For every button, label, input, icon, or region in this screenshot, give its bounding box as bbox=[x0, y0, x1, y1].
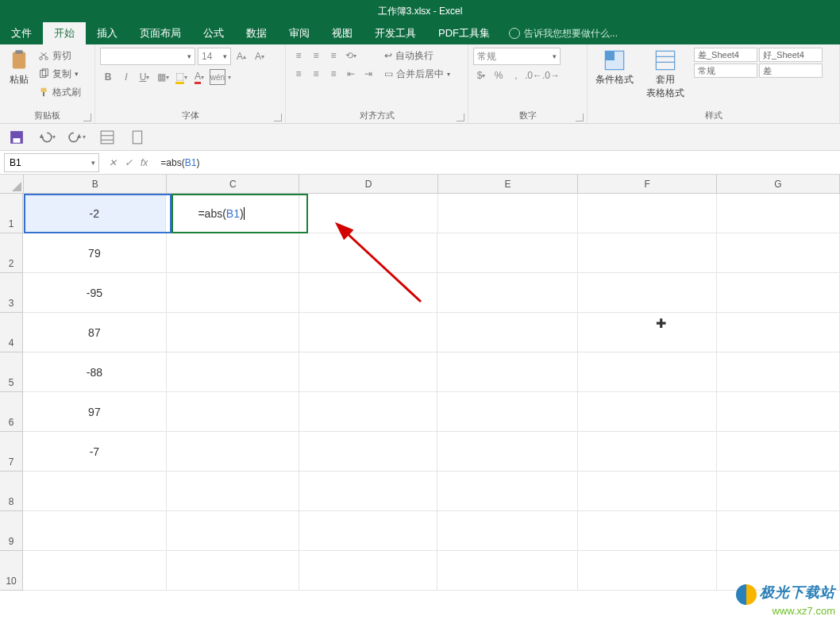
cell-C8[interactable] bbox=[167, 472, 299, 511]
cell-E8[interactable] bbox=[437, 472, 578, 511]
cell-D6[interactable] bbox=[299, 392, 438, 432]
tab-insert[interactable]: 插入 bbox=[86, 22, 129, 44]
font-name-combo[interactable]: ▾ bbox=[100, 48, 195, 65]
percent-format-button[interactable]: % bbox=[491, 67, 507, 83]
cell-F6[interactable] bbox=[578, 392, 717, 432]
cell-E9[interactable] bbox=[437, 511, 578, 551]
cell-F7[interactable] bbox=[578, 432, 717, 472]
conditional-format-button[interactable]: 条件格式 bbox=[592, 48, 637, 102]
cell-G10[interactable] bbox=[717, 551, 840, 591]
cell-G3[interactable] bbox=[717, 273, 840, 313]
row-header-9[interactable]: 9 bbox=[0, 511, 23, 551]
tab-developer[interactable]: 开发工具 bbox=[364, 22, 427, 44]
underline-button[interactable]: U▾ bbox=[137, 69, 152, 85]
cell-B10[interactable] bbox=[23, 551, 167, 591]
dialog-launcher-icon[interactable] bbox=[576, 114, 584, 121]
cell-F4[interactable] bbox=[578, 313, 717, 352]
format-as-table-button[interactable]: 套用 表格格式 bbox=[643, 48, 688, 102]
wrap-text-button[interactable]: ↩自动换行 bbox=[384, 48, 450, 64]
style-normal[interactable]: 常规 bbox=[694, 64, 757, 78]
cancel-formula-button[interactable]: ✕ bbox=[109, 157, 117, 168]
qat-button4[interactable] bbox=[98, 129, 116, 146]
cell-B6[interactable]: 97 bbox=[23, 392, 167, 432]
tab-data[interactable]: 数据 bbox=[235, 22, 278, 44]
dialog-launcher-icon[interactable] bbox=[83, 114, 91, 121]
cell-C2[interactable] bbox=[167, 233, 299, 273]
cell-C7[interactable] bbox=[167, 432, 299, 472]
col-header-D[interactable]: D bbox=[299, 175, 438, 194]
decrease-decimal-button[interactable]: .0→ bbox=[543, 67, 559, 83]
undo-button[interactable]: ▾ bbox=[38, 129, 56, 146]
cell-D5[interactable] bbox=[299, 352, 438, 392]
accounting-format-button[interactable]: $▾ bbox=[473, 67, 489, 83]
row-header-7[interactable]: 7 bbox=[0, 432, 23, 472]
row-header-1[interactable]: 1 bbox=[0, 194, 23, 233]
cell-B2[interactable]: 79 bbox=[23, 233, 167, 273]
cell-G2[interactable] bbox=[717, 233, 840, 273]
tab-home[interactable]: 开始 bbox=[43, 22, 86, 44]
cell-G7[interactable] bbox=[717, 432, 840, 472]
number-format-combo[interactable]: 常规▾ bbox=[473, 48, 561, 65]
row-header-5[interactable]: 5 bbox=[0, 352, 23, 392]
cell-E7[interactable] bbox=[437, 432, 578, 472]
row-header-3[interactable]: 3 bbox=[0, 273, 23, 313]
orientation-button[interactable]: ⟲▾ bbox=[343, 48, 359, 64]
row-header-4[interactable]: 4 bbox=[0, 313, 23, 352]
redo-button[interactable]: ▾ bbox=[68, 129, 86, 146]
formula-input[interactable]: =abs(B1) bbox=[157, 157, 840, 168]
col-header-E[interactable]: E bbox=[438, 175, 579, 194]
row-header-8[interactable]: 8 bbox=[0, 472, 23, 511]
col-header-B[interactable]: B bbox=[24, 175, 167, 194]
tab-file[interactable]: 文件 bbox=[0, 22, 43, 44]
cell-F9[interactable] bbox=[578, 511, 717, 551]
cell-F1[interactable] bbox=[578, 194, 717, 233]
copy-button[interactable]: 复制▾ bbox=[38, 66, 81, 82]
style-bad-sheet4[interactable]: 差_Sheet4 bbox=[694, 48, 757, 62]
cell-D3[interactable] bbox=[299, 273, 438, 313]
cell-D4[interactable] bbox=[299, 313, 438, 352]
row-header-6[interactable]: 6 bbox=[0, 392, 23, 432]
fill-color-button[interactable]: ⬚▾ bbox=[173, 69, 189, 85]
italic-button[interactable]: I bbox=[118, 69, 134, 85]
cell-C3[interactable] bbox=[167, 273, 299, 313]
paste-button[interactable]: 粘贴 bbox=[5, 48, 33, 88]
align-middle-button[interactable]: ≡ bbox=[308, 48, 324, 64]
cell-E5[interactable] bbox=[437, 352, 578, 392]
cell-B1[interactable]: -2 bbox=[23, 194, 166, 233]
cell-F10[interactable] bbox=[578, 551, 717, 591]
cell-C5[interactable] bbox=[167, 352, 299, 392]
dialog-launcher-icon[interactable] bbox=[274, 114, 282, 121]
select-all-button[interactable] bbox=[0, 175, 24, 194]
cell-C1[interactable]: =abs(B1) bbox=[166, 194, 299, 233]
tab-review[interactable]: 审阅 bbox=[278, 22, 321, 44]
chevron-down-icon[interactable]: ▾ bbox=[91, 159, 95, 167]
cut-button[interactable]: 剪切 bbox=[38, 48, 81, 64]
cell-F8[interactable] bbox=[578, 472, 717, 511]
cell-B8[interactable] bbox=[23, 472, 167, 511]
cell-E10[interactable] bbox=[437, 551, 578, 591]
tab-view[interactable]: 视图 bbox=[321, 22, 364, 44]
cell-D7[interactable] bbox=[299, 432, 438, 472]
cell-D10[interactable] bbox=[299, 551, 438, 591]
merge-center-button[interactable]: ▭合并后居中▾ bbox=[384, 66, 450, 82]
insert-function-button[interactable]: fx bbox=[141, 157, 148, 168]
col-header-C[interactable]: C bbox=[167, 175, 299, 194]
cell-G6[interactable] bbox=[717, 392, 840, 432]
cell-E1[interactable] bbox=[438, 194, 578, 233]
row-header-10[interactable]: 10 bbox=[0, 551, 23, 591]
cell-D2[interactable] bbox=[299, 233, 438, 273]
phonetic-button[interactable]: wén bbox=[210, 69, 225, 85]
cell-G4[interactable] bbox=[717, 313, 840, 352]
cell-D1[interactable] bbox=[299, 194, 438, 233]
cell-B7[interactable]: -7 bbox=[23, 432, 167, 472]
font-size-combo[interactable]: 14▾ bbox=[198, 48, 231, 65]
comma-format-button[interactable]: , bbox=[508, 67, 524, 83]
style-bad[interactable]: 差 bbox=[759, 64, 823, 78]
increase-font-button[interactable]: A▴ bbox=[233, 48, 249, 64]
cell-D9[interactable] bbox=[299, 511, 438, 551]
increase-indent-button[interactable]: ⇥ bbox=[360, 66, 376, 82]
style-good-sheet4[interactable]: 好_Sheet4 bbox=[759, 48, 823, 62]
dialog-launcher-icon[interactable] bbox=[457, 114, 464, 121]
cell-C6[interactable] bbox=[167, 392, 299, 432]
cell-G8[interactable] bbox=[717, 472, 840, 511]
